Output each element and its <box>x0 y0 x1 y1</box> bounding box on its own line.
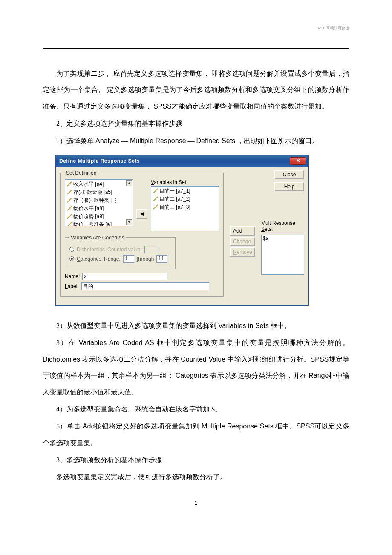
scale-icon <box>67 206 72 211</box>
range-to-input[interactable]: 11 <box>156 255 167 263</box>
source-variables-list[interactable]: ▲ 收入水平 [a4] 存(取)款金额 [a5] 存（取）款种类 [ ⋮ 物价水… <box>65 179 133 226</box>
p4-b: Variables in Sets <box>218 322 269 329</box>
list-item[interactable]: 目的一 [a7_1] <box>151 187 219 195</box>
counted-value-label: Counted value: <box>107 247 142 253</box>
scale-icon <box>67 198 72 203</box>
p5-a: 3）在 <box>56 339 79 346</box>
range-from-input[interactable]: 1 <box>123 255 134 263</box>
p1-spss: SPSS <box>153 103 172 110</box>
mr-set-item[interactable]: $x <box>263 236 303 242</box>
list-item[interactable]: 物价趋势 [a9] <box>65 213 133 221</box>
dialog-body: Set Definition ▲ 收入水平 [a4] 存(取)款金额 [a5] … <box>56 167 308 305</box>
move-left-button[interactable]: ◀ <box>136 209 147 219</box>
list-item-label: 收入水平 [a4] <box>73 181 104 188</box>
variables-in-set-label: Variables in Set: <box>151 179 219 185</box>
close-button[interactable]: Close <box>274 170 304 179</box>
dialog-title: Define Multiple Response Sets <box>59 158 140 164</box>
header-version-note: v1.0 可编辑可修改 <box>43 26 349 31</box>
label-row: Label: 目的 <box>65 282 219 290</box>
paragraph-6: 4）为多选型变量集命名。系统会自动在该名字前加 $。 <box>43 401 349 417</box>
list-item[interactable]: 物价上涨准备 [a1 <box>65 221 133 226</box>
add-button[interactable]: Add <box>230 226 255 236</box>
list-item[interactable]: 存(取)款金额 [a5] <box>65 188 133 196</box>
p5-c: 框中制定多选项变量集中的变量是按照哪种方法分解的。 <box>154 339 349 346</box>
set-definition-group: Set Definition ▲ 收入水平 [a4] 存(取)款金额 [a5] … <box>60 170 224 297</box>
list-item-label: 存（取）款种类 [ ⋮ <box>73 197 118 204</box>
name-label: Name: <box>65 273 80 279</box>
list-item[interactable]: 物价水平 [a8] <box>65 204 133 213</box>
counted-value-input <box>144 246 157 253</box>
label-input[interactable]: 目的 <box>81 282 209 290</box>
scale-icon <box>67 222 72 226</box>
p3-e: ，出现如下图所示的窗口。 <box>235 137 319 144</box>
scale-icon <box>67 181 72 187</box>
mr-sets-label: Mult Response Sets: <box>261 220 304 232</box>
scale-icon <box>153 188 158 193</box>
dialog-middle-buttons: Add Change Remove <box>230 170 255 300</box>
window-close-button[interactable]: ✕ <box>290 157 306 165</box>
set-definition-legend: Set Definition <box>65 170 98 176</box>
scale-icon <box>67 214 72 219</box>
dichotomies-radio[interactable] <box>69 247 74 252</box>
top-rule <box>43 48 349 49</box>
p1-tail: 才能确定应对哪些变量取相同值的个案数进行累加。 <box>172 103 329 110</box>
list-item[interactable]: 目的三 [a7_3] <box>151 203 219 211</box>
paragraph-5: 3）在 Variables Are Coded AS 框中制定多选项变量集中的变… <box>43 335 349 400</box>
p5-f: Counted Value <box>181 356 225 363</box>
list-item-label: 目的二 [a7_2] <box>159 196 190 203</box>
variables-in-set-list[interactable]: 目的一 [a7_1] 目的二 [a7_2] 目的三 [a7_3] <box>151 186 219 231</box>
arrow-left-icon: ◀ <box>140 211 144 216</box>
range-label: Range: <box>104 256 121 262</box>
p3-dash2: — <box>186 137 196 144</box>
scroll-up-button[interactable]: ▲ <box>126 180 132 186</box>
scale-icon <box>67 190 72 195</box>
help-button[interactable]: Help <box>274 182 304 191</box>
p3-multiple-response: Multiple Response <box>130 137 186 144</box>
variables-coded-group: Variables Are Coded As Dichotomies Count… <box>65 235 176 269</box>
variables-coded-legend: Variables Are Coded As <box>69 235 126 241</box>
list-item-label: 物价水平 [a8] <box>73 205 104 212</box>
p3-a: 1）选择菜单 <box>56 137 95 144</box>
p7-c: 按钮将定义好的多选项变量集加到 <box>95 423 202 430</box>
p7-a: 5）单击 <box>56 423 83 430</box>
dichotomies-row: Dichotomies Counted value: <box>69 246 171 253</box>
change-button: Change <box>230 237 255 246</box>
paragraph-2: 2、定义多选项选择变量集的基本操作步骤 <box>43 115 349 132</box>
p5-j: Categories <box>176 372 208 379</box>
paragraph-1: 为了实现第二步， 应首先定义多选项选择变量集， 即将多选项问题分解并设置成多个变… <box>43 66 349 115</box>
p7-e: 框中。 <box>274 423 297 430</box>
dialog-left-column: Set Definition ▲ 收入水平 [a4] 存(取)款金额 [a5] … <box>60 170 224 300</box>
mr-sets-list[interactable]: $x <box>261 235 304 275</box>
paragraph-3: 1）选择菜单 Analyze — Multiple Response — Def… <box>43 133 349 149</box>
p5-h: SPSS <box>311 356 329 363</box>
categories-radio[interactable] <box>69 256 74 261</box>
p5-b: Variables Are Coded AS <box>79 339 154 346</box>
p5-k: 表示以多选项分类法分解，并在 <box>208 372 308 379</box>
p7-b: Add <box>83 423 95 430</box>
paragraph-8: 3、多选项频数分析的基本操作步骤 <box>43 452 349 468</box>
name-input[interactable]: x <box>82 273 167 280</box>
list-item[interactable]: 存（取）款种类 [ ⋮ <box>65 196 133 204</box>
scale-icon <box>153 204 158 210</box>
paragraph-9: 多选项变量集定义完成后，便可进行多选项频数分析了。 <box>43 469 349 485</box>
list-item[interactable]: 收入水平 [a4] <box>65 180 133 188</box>
dichotomies-label: Dichotomies <box>77 247 105 253</box>
scroll-down-button[interactable]: ▼ <box>126 219 132 225</box>
p5-l: Range <box>308 372 329 379</box>
close-icon: ✕ <box>296 158 300 163</box>
paragraph-4: 2）从数值型变量中见进入多选项变量集的变量选择到 Variables in Se… <box>43 318 349 334</box>
remove-button: Remove <box>230 247 255 257</box>
p7-f: SPSS <box>296 423 314 430</box>
variables-in-set-column: Variables in Set: 目的一 [a7_1] 目的二 [a7_2] … <box>151 179 219 231</box>
dialog-right-column: Close Help Mult Response Sets: $x <box>261 170 304 300</box>
scale-icon <box>153 196 158 201</box>
page-number: 1 <box>43 500 349 506</box>
p5-d: Dichotomies <box>43 356 80 363</box>
list-item[interactable]: 目的二 [a7_2] <box>151 195 219 203</box>
p4-a: 2）从数值型变量中见进入多选项变量集的变量选择到 <box>56 322 218 329</box>
list-item-label: 目的一 [a7_1] <box>159 187 190 195</box>
p3-dash1: — <box>120 137 130 144</box>
dialog-titlebar[interactable]: Define Multiple Response Sets ✕ <box>56 155 308 167</box>
through-label: through <box>137 256 154 262</box>
categories-label: Categories <box>77 256 101 262</box>
